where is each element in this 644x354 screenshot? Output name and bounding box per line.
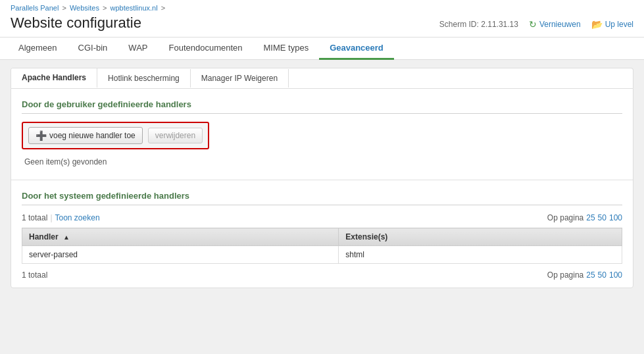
bottom-op-pagina: Op pagina	[547, 270, 583, 280]
total-count: 1 totaal	[22, 213, 47, 222]
tab-foutendocumenten[interactable]: Foutendocumenten	[158, 38, 253, 60]
user-toolbar: ➕ voeg nieuwe handler toe verwijderen	[22, 122, 209, 149]
page-25-link[interactable]: 25	[586, 213, 595, 222]
page-100-link[interactable]: 100	[609, 213, 622, 222]
table-header-row: Handler ▲ Extensie(s)	[22, 228, 622, 246]
bottom-page-25-link[interactable]: 25	[586, 270, 595, 280]
system-section-title: Door het systeem gedefinieerde handlers	[22, 191, 622, 205]
bottom-total: 1 totaal	[22, 270, 47, 280]
sort-asc-icon: ▲	[63, 234, 70, 241]
top-pagination-right: Op pagina 25 50 100	[547, 213, 622, 222]
breadcrumb-parallels[interactable]: Parallels Panel	[11, 4, 59, 12]
delete-handler-button[interactable]: verwijderen	[148, 128, 203, 143]
tab-cgi-bin[interactable]: CGI-bin	[68, 38, 118, 60]
top-pagination-row: 1 totaal | Toon zoeken Op pagina 25 50 1…	[22, 213, 622, 222]
content-area: Apache Handlers Hotlink bescherming Mana…	[0, 60, 644, 296]
tab-geavanceerd[interactable]: Geavanceerd	[319, 38, 394, 60]
header-actions: Scherm ID: 2.11.31.13 ↻ Vernieuwen 📂 Up …	[439, 19, 633, 30]
page-title: Website configuratie	[11, 13, 141, 36]
main-panel: Door de gebruiker gedefinieerde handlers…	[11, 88, 633, 288]
page-50-link[interactable]: 50	[598, 213, 607, 222]
refresh-button[interactable]: ↻ Vernieuwen	[529, 19, 581, 30]
bottom-page-50-link[interactable]: 50	[598, 270, 607, 280]
sub-tabs-bar: Apache Handlers Hotlink bescherming Mana…	[11, 68, 633, 88]
breadcrumb-websites[interactable]: Websites	[70, 4, 99, 12]
table-row: server-parsed shtml	[22, 246, 622, 264]
handlers-table: Handler ▲ Extensie(s) server-parsed shtm…	[22, 228, 622, 264]
screen-id: Scherm ID: 2.11.31.13	[439, 20, 518, 29]
tab-wap[interactable]: WAP	[118, 38, 158, 60]
plus-icon: ➕	[36, 130, 47, 141]
bottom-pagination-row: 1 totaal Op pagina 25 50 100	[22, 270, 622, 280]
bottom-page-100-link[interactable]: 100	[609, 270, 622, 280]
breadcrumb-domain[interactable]: wpbtestlinux.nl	[111, 4, 158, 12]
sub-tab-manager-ip[interactable]: Manager IP Weigeren	[191, 69, 289, 88]
page-title-row: Website configuratie Scherm ID: 2.11.31.…	[11, 13, 633, 36]
add-handler-button[interactable]: ➕ voeg nieuwe handler toe	[28, 127, 143, 144]
no-items-message: Geen item(s) gevonden	[22, 155, 622, 172]
col-handler: Handler ▲	[22, 228, 339, 246]
up-level-button[interactable]: 📂 Up level	[591, 19, 633, 30]
tab-mime-types[interactable]: MIME types	[253, 38, 320, 60]
top-pagination-left: 1 totaal | Toon zoeken	[22, 213, 100, 222]
op-pagina-label: Op pagina	[547, 213, 583, 222]
breadcrumb: Parallels Panel > Websites > wpbtestlinu…	[11, 4, 633, 12]
tab-algemeen[interactable]: Algemeen	[8, 38, 68, 60]
handler-cell: server-parsed	[22, 246, 339, 264]
refresh-icon: ↻	[529, 19, 537, 30]
sub-tab-hotlink[interactable]: Hotlink bescherming	[97, 69, 191, 88]
col-extension: Extensie(s)	[339, 228, 622, 246]
sub-tab-apache-handlers[interactable]: Apache Handlers	[11, 68, 97, 88]
top-header: Parallels Panel > Websites > wpbtestlinu…	[0, 0, 644, 38]
up-level-icon: 📂	[591, 19, 603, 30]
show-search-link[interactable]: Toon zoeken	[55, 213, 100, 222]
main-tabs: Algemeen CGI-bin WAP Foutendocumenten MI…	[0, 38, 644, 60]
user-section-title: Door de gebruiker gedefinieerde handlers	[22, 99, 622, 114]
bottom-pagination-right: Op pagina 25 50 100	[547, 270, 622, 280]
system-defined-section: Door het systeem gedefinieerde handlers …	[11, 180, 633, 288]
extension-cell: shtml	[339, 246, 622, 264]
user-defined-section: Door de gebruiker gedefinieerde handlers…	[11, 89, 633, 180]
